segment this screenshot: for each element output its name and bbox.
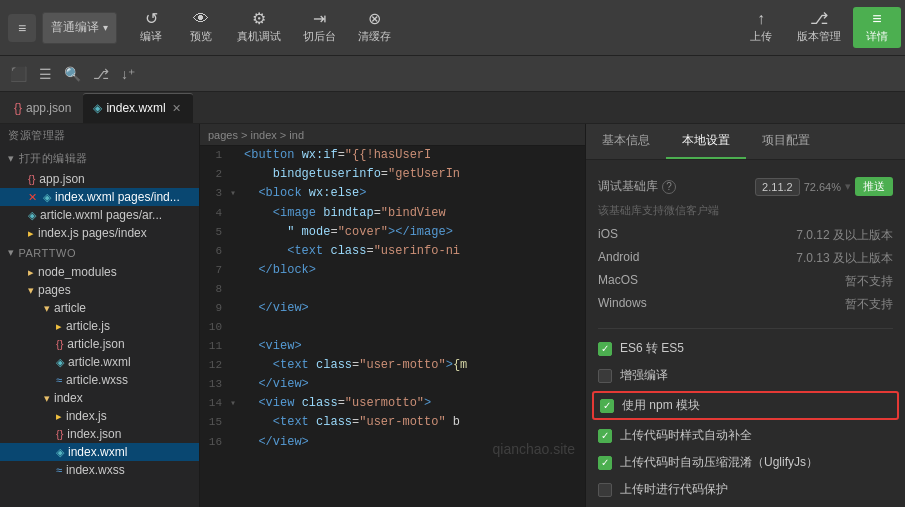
js-file-icon: ▸ [28, 227, 34, 240]
detail-button[interactable]: ≡ 详情 [853, 7, 901, 48]
second-bar: ⬛ ☰ 🔍 ⎇ ↓⁺ [0, 56, 905, 92]
cut-bg-icon: ⇥ [313, 11, 326, 27]
sidebar-item-node-modules[interactable]: ▸ node_modules [0, 263, 199, 281]
folder-icon: ▸ [28, 266, 34, 279]
checkbox-upload-uglify[interactable]: ✓ 上传代码时自动压缩混淆（UglifyJs） [598, 449, 893, 476]
open-editors-header[interactable]: ▾ 打开的编辑器 [0, 147, 199, 170]
compile-mode-selector[interactable]: 普通编译 ▾ [42, 12, 117, 44]
sidebar-item-article-json[interactable]: {} article.json [0, 335, 199, 353]
list-view-btn[interactable]: ☰ [33, 62, 58, 86]
code-line-15: 15 <text class="user-motto" b [200, 413, 585, 432]
dropdown-icon: ▾ [845, 180, 851, 193]
upload-style-checkbox[interactable]: ✓ [598, 429, 612, 443]
checkbox-npm[interactable]: ✓ 使用 npm 模块 [592, 391, 899, 420]
sidebar-item-index-folder[interactable]: ▾ index [0, 389, 199, 407]
npm-checkbox[interactable]: ✓ [600, 399, 614, 413]
enhance-checkbox[interactable] [598, 369, 612, 383]
version-manager-button[interactable]: ⎇ 版本管理 [787, 7, 851, 48]
tab-basic-info[interactable]: 基本信息 [586, 124, 666, 159]
compile-icon: ↺ [145, 11, 158, 27]
code-line-7: 7 </block> [200, 261, 585, 280]
tab-local-settings[interactable]: 本地设置 [666, 124, 746, 159]
version-badge: 2.11.2 72.64% ▾ 推送 [755, 177, 893, 196]
upload-icon: ↑ [757, 11, 765, 27]
android-row: Android 7.0.13 及以上版本 [598, 247, 893, 270]
code-line-1: 1 <button wx:if="{{!hasUserI [200, 146, 585, 165]
wxml-file-icon: ◈ [43, 191, 51, 204]
main-layout: 资源管理器 ▾ 打开的编辑器 {} app.json ✕ ◈ index.wxm… [0, 124, 905, 507]
parttwo-header[interactable]: ▾ PARTTWO [0, 242, 199, 263]
tab-project-config[interactable]: 项目配置 [746, 124, 826, 159]
macos-row: MacOS 暂不支持 [598, 270, 893, 293]
wxml-icon2: ◈ [56, 356, 64, 369]
preview-button[interactable]: 👁 预览 [177, 7, 225, 48]
checkbox-upload-protect[interactable]: 上传时进行代码保护 [598, 476, 893, 503]
search-btn[interactable]: 🔍 [58, 62, 87, 86]
divider [598, 328, 893, 329]
code-line-4: 4 <image bindtap="bindView [200, 204, 585, 223]
compile-button[interactable]: ↺ 编译 [127, 7, 175, 48]
code-line-14: 14 ▾ <view class="usermotto"> [200, 394, 585, 413]
code-line-16: 16 </view> [200, 433, 585, 452]
sidebar-item-pages[interactable]: ▾ pages [0, 281, 199, 299]
chevron-icon: ▾ [8, 152, 15, 165]
tab-app-json[interactable]: {} app.json [4, 93, 81, 123]
wxml-icon: ◈ [93, 101, 102, 115]
add-file-btn[interactable]: ↓⁺ [115, 62, 141, 86]
sidebar-item-index-wxss[interactable]: ≈ index.wxss [0, 461, 199, 479]
debug-lib-label: 调试基础库 [598, 178, 658, 195]
js-icon: ▸ [56, 320, 62, 333]
code-line-5: 5 " mode="cover"></image> [200, 223, 585, 242]
app-icon[interactable]: ≡ [8, 14, 36, 42]
version-number: 2.11.2 [755, 178, 800, 196]
sidebar-item-article-js[interactable]: ▸ article.js [0, 317, 199, 335]
breadcrumb-text: pages > index > ind [208, 129, 304, 141]
sidebar-item-app-json[interactable]: {} app.json [0, 170, 199, 188]
sidebar-item-article-wxss[interactable]: ≈ article.wxss [0, 371, 199, 389]
debug-lib-hint: 该基础库支持微信客户端 [598, 201, 893, 224]
help-icon[interactable]: ? [662, 180, 676, 194]
es6-checkbox[interactable]: ✓ [598, 342, 612, 356]
branch-btn[interactable]: ⎇ [87, 62, 115, 86]
code-editor[interactable]: 1 <button wx:if="{{!hasUserI 2 bindgetus… [200, 146, 585, 507]
folder-icon3: ▾ [44, 302, 50, 315]
upload-protect-checkbox[interactable] [598, 483, 612, 497]
code-line-13: 13 </view> [200, 375, 585, 394]
top-toolbar: ≡ 普通编译 ▾ ↺ 编译 👁 预览 ⚙ 真机调试 ⇥ 切后台 ⊗ 清缓存 ↑ … [0, 0, 905, 56]
sidebar-item-index-wxml[interactable]: ◈ index.wxml [0, 443, 199, 461]
wxss-icon: ≈ [56, 374, 62, 386]
ios-row: iOS 7.0.12 及以上版本 [598, 224, 893, 247]
windows-row: Windows 暂不支持 [598, 293, 893, 316]
device-debug-button[interactable]: ⚙ 真机调试 [227, 7, 291, 48]
right-panel-tabs: 基本信息 本地设置 项目配置 [586, 124, 905, 160]
sidebar-item-index-json[interactable]: {} index.json [0, 425, 199, 443]
detail-icon: ≡ [872, 11, 881, 27]
right-panel: 基本信息 本地设置 项目配置 调试基础库 ? 2.11.2 72.64% ▾ 推… [585, 124, 905, 507]
json-file-icon: {} [28, 173, 35, 185]
checkbox-enhance[interactable]: 增强编译 [598, 362, 893, 389]
upload-button[interactable]: ↑ 上传 [737, 7, 785, 48]
checkbox-es6[interactable]: ✓ ES6 转 ES5 [598, 335, 893, 362]
code-line-11: 11 <view> [200, 337, 585, 356]
sidebar-item-article-folder[interactable]: ▾ article [0, 299, 199, 317]
parttwo-chevron: ▾ [8, 246, 15, 259]
editor-tabs: {} app.json ◈ index.wxml ✕ [0, 92, 905, 124]
sidebar-item-article-wxml-open[interactable]: ◈ article.wxml pages/ar... [0, 206, 199, 224]
right-panel-content: 调试基础库 ? 2.11.2 72.64% ▾ 推送 该基础库支持微信客户端 i… [586, 160, 905, 507]
sidebar-item-article-wxml[interactable]: ◈ article.wxml [0, 353, 199, 371]
sidebar-item-index-wxml-open[interactable]: ✕ ◈ index.wxml pages/ind... [0, 188, 199, 206]
push-button[interactable]: 推送 [855, 177, 893, 196]
tab-index-wxml[interactable]: ◈ index.wxml ✕ [83, 93, 192, 123]
code-line-9: 9 </view> [200, 299, 585, 318]
sidebar-item-index-js-open[interactable]: ▸ index.js pages/index [0, 224, 199, 242]
json-icon3: {} [56, 428, 63, 440]
tab-close-btn[interactable]: ✕ [170, 102, 183, 115]
sidebar-toggle[interactable]: ⬛ [4, 62, 33, 86]
checkbox-upload-style[interactable]: ✓ 上传代码时样式自动补全 [598, 422, 893, 449]
upload-uglify-checkbox[interactable]: ✓ [598, 456, 612, 470]
cut-bg-button[interactable]: ⇥ 切后台 [293, 7, 346, 48]
sidebar-item-index-js[interactable]: ▸ index.js [0, 407, 199, 425]
clear-cache-button[interactable]: ⊗ 清缓存 [348, 7, 401, 48]
code-line-6: 6 <text class="userinfo-ni [200, 242, 585, 261]
explorer-header[interactable]: 资源管理器 [0, 124, 199, 147]
